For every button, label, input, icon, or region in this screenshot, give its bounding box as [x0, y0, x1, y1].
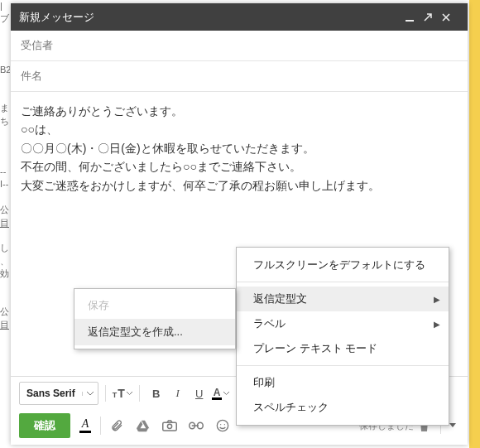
compose-title: 新規メッセージ — [19, 10, 94, 25]
minimize-button[interactable] — [405, 12, 423, 22]
insert-emoji-icon[interactable] — [212, 415, 233, 436]
recipients-placeholder: 受信者 — [21, 39, 53, 51]
body-line: 〇〇月〇(木)・〇日(金)と休暇を取らせていただきます。 — [21, 139, 458, 157]
subject-placeholder: 件名 — [21, 70, 42, 82]
text-color-icon: A — [212, 388, 222, 400]
font-size-button[interactable]: TT — [113, 383, 132, 403]
svg-point-7 — [220, 424, 221, 425]
body-line: 大変ご迷惑をおかけしますが、何卒ご了承の程お願い申し上げます。 — [21, 176, 458, 195]
popout-button[interactable] — [423, 12, 441, 22]
canned-responses-submenu: 保存 返信定型文を作成... — [74, 288, 236, 349]
insert-photo-icon[interactable] — [159, 415, 180, 436]
svg-rect-0 — [406, 20, 414, 22]
menu-item-plain-text[interactable]: プレーン テキスト モード — [237, 336, 449, 361]
svg-point-6 — [217, 420, 228, 431]
menu-item-label[interactable]: ラベル ▶ — [237, 311, 449, 336]
close-button[interactable] — [441, 12, 459, 22]
attach-icon[interactable] — [106, 415, 127, 436]
text-size-icon: TT — [113, 388, 125, 399]
submenu-header-save: 保存 — [74, 292, 235, 319]
compose-titlebar: 新規メッセージ — [11, 3, 468, 31]
menu-item-spellcheck[interactable]: スペルチェック — [237, 395, 449, 420]
body-line: 不在の間、何かございましたら○○までご連絡下さい。 — [21, 157, 458, 176]
submenu-arrow-icon: ▶ — [434, 320, 440, 329]
menu-item-fullscreen-default[interactable]: フルスクリーンをデフォルトにする — [237, 253, 449, 277]
recipients-field[interactable]: 受信者 — [11, 31, 468, 61]
menu-item-print[interactable]: 印刷 — [237, 370, 449, 395]
chevron-down-icon — [82, 392, 98, 396]
underline-button[interactable]: U — [190, 383, 209, 403]
bold-button[interactable]: B — [146, 383, 166, 403]
font-family-dropdown[interactable]: Sans Serif — [19, 382, 98, 405]
submenu-arrow-icon: ▶ — [434, 295, 440, 304]
font-family-label: Sans Serif — [20, 388, 82, 399]
drive-icon[interactable] — [132, 415, 154, 436]
menu-item-canned-responses[interactable]: 返信定型文 ▶ — [237, 287, 449, 311]
body-line: ご連絡ありがとうございます。 — [21, 102, 458, 120]
formatting-toggle[interactable]: A — [75, 414, 95, 437]
text-color-button[interactable]: A — [211, 383, 231, 403]
svg-point-2 — [167, 424, 171, 428]
subject-field[interactable]: 件名 — [11, 61, 468, 92]
send-button[interactable]: 確認 — [19, 413, 70, 438]
body-line: ○○は、 — [21, 120, 458, 138]
italic-button[interactable]: I — [168, 383, 188, 403]
more-options-menu: フルスクリーンをデフォルトにする 返信定型文 ▶ ラベル ▶ プレーン テキスト… — [236, 247, 449, 426]
svg-point-8 — [224, 424, 225, 425]
submenu-item-create-canned[interactable]: 返信定型文を作成... — [74, 319, 235, 345]
insert-link-icon[interactable] — [185, 415, 207, 436]
